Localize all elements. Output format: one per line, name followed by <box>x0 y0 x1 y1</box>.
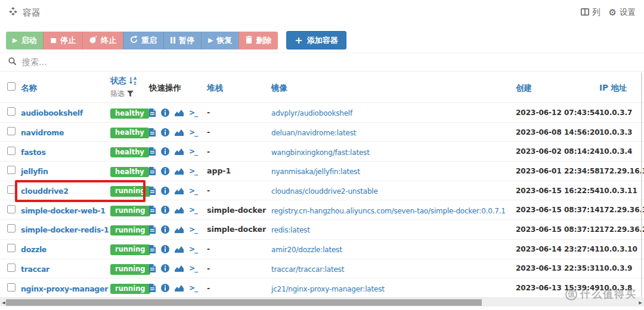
scroll-right-arrow-icon[interactable]: ▶ <box>637 298 644 307</box>
row-checkbox[interactable] <box>7 283 16 292</box>
stats-icon[interactable] <box>175 226 184 233</box>
logs-icon[interactable] <box>149 225 156 234</box>
inspect-icon[interactable] <box>161 225 169 234</box>
console-icon[interactable]: >_ <box>189 225 197 234</box>
stats-icon[interactable] <box>175 168 184 175</box>
created-cell: 2023-06-14 23:27:41 <box>516 245 599 253</box>
remove-button[interactable]: 删除 <box>239 32 278 49</box>
image-link[interactable]: cloudnas/clouddrive2-unstable <box>271 187 378 196</box>
inspect-icon[interactable] <box>161 245 169 253</box>
console-icon[interactable]: >_ <box>189 187 197 195</box>
row-checkbox[interactable] <box>7 205 16 213</box>
stack-cell: - <box>207 244 271 253</box>
watermark-text: 什么值得买 <box>580 287 637 301</box>
image-link[interactable]: traccar/traccar:latest <box>271 265 344 274</box>
row-checkbox[interactable] <box>7 166 16 174</box>
logs-icon[interactable] <box>149 108 156 117</box>
console-icon[interactable]: >_ <box>189 264 197 272</box>
logs-icon[interactable] <box>149 187 156 195</box>
container-name-link[interactable]: simple-docker-web-1 <box>21 206 106 215</box>
row-checkbox[interactable] <box>7 107 16 116</box>
logs-icon[interactable] <box>149 206 156 214</box>
settings-button[interactable]: ⚙ 设置 <box>609 7 636 18</box>
inspect-icon[interactable] <box>161 167 169 175</box>
image-link[interactable]: deluan/navidrome:latest <box>271 129 356 137</box>
table-row: navidrome healthy <box>0 123 644 142</box>
stats-icon[interactable] <box>175 246 184 253</box>
row-checkbox[interactable] <box>7 264 16 272</box>
image-link[interactable]: nyanmisaka/jellyfin:latest <box>271 168 360 176</box>
console-icon[interactable]: >_ <box>189 284 197 292</box>
stats-icon[interactable] <box>175 206 184 213</box>
column-header-image[interactable]: 镜像 <box>271 83 287 92</box>
inspect-icon[interactable] <box>161 264 169 272</box>
search-input[interactable] <box>22 57 636 67</box>
logs-icon[interactable] <box>149 128 156 137</box>
image-link[interactable]: jc21/nginx-proxy-manager:latest <box>271 285 385 293</box>
stop-button[interactable]: ■ 停止 <box>43 32 82 49</box>
logs-icon[interactable] <box>149 147 156 156</box>
container-name-link[interactable]: simple-docker-redis-1 <box>21 225 109 234</box>
container-name-link[interactable]: clouddrive2 <box>21 187 69 196</box>
container-name-link[interactable]: navidrome <box>21 128 64 137</box>
sort-alpha-down-icon: A Z <box>129 76 137 87</box>
image-link[interactable]: amir20/dozzle:latest <box>271 246 342 254</box>
table-row: jellyfin healthy <box>0 162 644 181</box>
stats-icon[interactable] <box>175 129 184 136</box>
image-link[interactable]: registry.cn-hangzhou.aliyuncs.com/seven-… <box>271 207 506 215</box>
column-header-stack[interactable]: 堆栈 <box>207 83 223 92</box>
inspect-icon[interactable] <box>161 147 169 156</box>
container-name-link[interactable]: nginx-proxy-manager <box>21 284 108 293</box>
stats-icon[interactable] <box>175 109 184 116</box>
restart-button[interactable]: 重启 <box>123 32 163 49</box>
stack-cell: simple-docker <box>207 206 271 215</box>
resume-button[interactable]: ▶ 恢复 <box>201 32 239 49</box>
logs-icon[interactable] <box>149 284 156 292</box>
stats-icon[interactable] <box>175 148 184 155</box>
logs-icon[interactable] <box>149 167 156 175</box>
console-icon[interactable]: >_ <box>189 245 197 253</box>
columns-button[interactable]: 列 <box>581 7 600 18</box>
container-name-link[interactable]: traccar <box>21 265 49 274</box>
container-name-link[interactable]: fastos <box>21 148 46 157</box>
console-icon[interactable]: >_ <box>189 128 197 137</box>
stats-icon[interactable] <box>175 284 184 292</box>
row-checkbox[interactable] <box>7 185 16 194</box>
add-container-button[interactable]: + 添加容器 <box>286 31 346 49</box>
column-header-status[interactable]: 状态 <box>110 76 126 86</box>
console-icon[interactable]: >_ <box>189 147 197 156</box>
container-name-link[interactable]: jellyfin <box>21 167 48 176</box>
image-link[interactable]: redis:latest <box>271 226 310 234</box>
image-link[interactable]: advplyr/audiobookshelf <box>271 109 352 117</box>
container-name-link[interactable]: audiobookshelf <box>21 108 83 117</box>
inspect-icon[interactable] <box>161 206 169 214</box>
row-checkbox[interactable] <box>7 127 16 135</box>
scrollbar-thumb[interactable] <box>6 299 482 306</box>
column-header-ip[interactable]: IP 地址 <box>599 83 627 92</box>
console-icon[interactable]: >_ <box>189 206 197 214</box>
stats-icon[interactable] <box>175 265 184 272</box>
row-checkbox[interactable] <box>7 147 16 155</box>
image-link[interactable]: wangbinxingkong/fast:latest <box>271 148 370 157</box>
logs-icon[interactable] <box>149 245 156 253</box>
inspect-icon[interactable] <box>161 108 169 117</box>
inspect-icon[interactable] <box>161 187 169 195</box>
container-name-link[interactable]: dozzle <box>21 245 47 254</box>
logs-icon[interactable] <box>149 264 156 272</box>
column-header-created[interactable]: 创建 <box>516 83 532 92</box>
inspect-icon[interactable] <box>161 128 169 137</box>
kill-button[interactable]: 终止 <box>82 32 123 49</box>
column-header-name[interactable]: 名称 <box>21 83 37 92</box>
select-all-checkbox[interactable] <box>7 82 16 91</box>
console-icon[interactable]: >_ <box>189 167 197 175</box>
pause-button[interactable]: 暂停 <box>163 32 201 49</box>
row-checkbox[interactable] <box>7 224 16 232</box>
row-checkbox[interactable] <box>7 244 16 252</box>
stats-icon[interactable] <box>175 187 184 194</box>
start-button[interactable]: ▶ 启动 <box>6 32 43 49</box>
horizontal-scrollbar[interactable]: ◀ ▶ <box>0 297 644 306</box>
status-badge: healthy <box>110 108 149 119</box>
console-icon[interactable]: >_ <box>189 108 197 117</box>
inspect-icon[interactable] <box>161 284 169 292</box>
status-filter[interactable]: 筛选 <box>110 88 149 100</box>
